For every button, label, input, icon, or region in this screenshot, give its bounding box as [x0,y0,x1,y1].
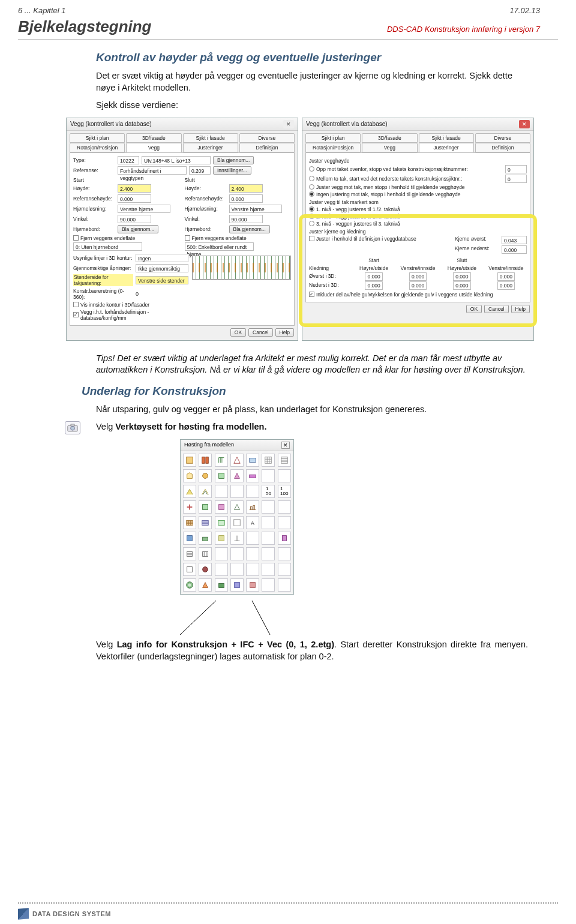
tab-rotasjon-posisjon[interactable]: Rotasjon/Posisjon [305,143,361,152]
kjerne-ov-input[interactable]: 0.043 [502,236,527,244]
ov-1[interactable]: 0.000 [365,272,382,281]
tab-vegg[interactable]: Vegg [126,143,181,152]
tool-icon[interactable] [199,485,212,498]
tool-icon[interactable] [246,469,259,482]
bla-gjennom-button[interactable]: Bla gjennom... [213,156,254,164]
tool-icon[interactable] [199,547,212,560]
referanse-num[interactable]: 0.209 [189,166,211,175]
ov-4[interactable]: 0.000 [497,272,515,281]
tool-icon[interactable] [183,563,196,576]
tool-icon[interactable] [199,469,212,482]
tool-icon[interactable] [215,563,228,576]
vis-kontur-chk[interactable] [73,302,79,307]
rb2-radio[interactable] [309,214,314,219]
slutt-vinkel-input[interactable]: 90.000 [229,215,263,223]
usyn-select[interactable]: Ingen [136,254,188,262]
start-vinkel-input[interactable]: 90.000 [118,215,151,223]
stender-select[interactable]: Venstre side stender [136,276,188,284]
ok-button[interactable]: OK [466,305,482,313]
slutt-hjornebord-button[interactable]: Bla gjennom... [229,225,270,233]
tool-icon[interactable] [262,563,275,576]
cancel-button[interactable]: Cancel [248,328,272,337]
cancel-button[interactable]: Cancel [484,305,508,313]
slutt-fjern-chk[interactable] [185,235,190,241]
ra3-radio[interactable] [309,184,314,190]
tool-icon[interactable] [246,532,259,545]
tool-icon[interactable]: A [246,516,259,529]
ov-3[interactable]: 0.000 [453,272,470,281]
tool-icon[interactable] [183,516,196,529]
start-uten-select[interactable]: 0: Uten hjørnebord [73,242,142,251]
tool-icon[interactable] [262,500,275,514]
tool-icon[interactable] [215,578,228,592]
ne-1[interactable]: 0.000 [365,281,382,290]
referanse-select[interactable]: Forhåndsdefinert i veggtypen [118,166,187,175]
inkl-chk[interactable] [309,292,314,297]
tool-icon[interactable] [262,532,275,545]
tool-icon[interactable] [183,547,196,560]
ne-3[interactable]: 0.000 [453,281,470,290]
tool-icon[interactable] [278,454,291,467]
tool-icon[interactable] [215,500,228,514]
tool-icon[interactable] [230,485,244,498]
tool-icon[interactable] [199,500,212,514]
tool-icon[interactable] [215,454,228,467]
tool-icon[interactable] [246,547,259,560]
type-code-input[interactable]: 10222 [118,156,139,164]
ra2-num[interactable]: 0 [505,175,527,183]
tool-icon[interactable] [278,469,291,482]
tab-definisjon[interactable]: Definisjon [475,143,530,152]
tool-lag-info-button[interactable] [183,578,196,592]
tool-icon[interactable] [246,563,259,576]
tool-icon[interactable]: 1100 [278,485,291,498]
ra4-radio[interactable] [309,191,314,197]
tool-icon[interactable] [215,532,228,545]
tool-icon[interactable] [230,563,244,576]
tool-icon[interactable] [199,532,212,545]
start-hoyde-input[interactable]: 2.400 [118,184,151,193]
tool-icon[interactable] [183,500,196,514]
close-icon[interactable]: ✕ [519,120,530,128]
tool-icon[interactable] [230,469,244,482]
tool-icon[interactable] [215,485,228,498]
slutt-hjorne-select[interactable]: Venstre hjørne [229,205,282,213]
slutt-refh-input[interactable]: 0.000 [229,194,263,203]
tool-icon[interactable] [230,578,244,592]
tool-icon[interactable] [183,532,196,545]
tool-icon[interactable] [199,563,212,576]
tool-icon[interactable] [199,516,212,529]
gjen-select[interactable]: Ikke gjennomsiktig [136,264,188,272]
tool-icon[interactable] [199,454,212,467]
tab-rotasjon-posisjon[interactable]: Rotasjon/Posisjon [70,143,125,152]
tab-justeringer[interactable]: Justeringer [183,143,238,152]
tab-diverse[interactable]: Diverse [239,133,295,143]
close-icon[interactable]: ✕ [283,120,294,128]
tool-icon[interactable] [230,516,244,529]
start-hjornebord-button[interactable]: Bla gjennom... [118,225,158,233]
rb3-radio[interactable] [309,221,314,226]
tool-icon[interactable] [230,500,244,514]
start-fjern-chk[interactable] [73,235,79,241]
tab-sjikt-i-plan[interactable]: Sjikt i plan [305,133,361,143]
tool-icon[interactable] [278,547,291,560]
tool-icon[interactable] [278,563,291,576]
vegg-def-chk[interactable] [73,312,79,317]
tool-icon[interactable] [230,547,244,560]
ra1-radio[interactable] [309,166,314,172]
tab-definisjon[interactable]: Definisjon [239,143,295,152]
tab-sjikt-i-plan[interactable]: Sjikt i plan [70,133,125,143]
start-refh-input[interactable]: 0.000 [118,194,151,203]
chkC-chk[interactable] [309,236,314,241]
innstillinger-button[interactable]: Innstillinger... [213,166,251,175]
close-icon[interactable]: ✕ [281,442,290,449]
kjerne-ne-input[interactable]: 0.000 [502,245,527,254]
tool-icon[interactable] [215,547,228,560]
slutt-hoyde-input[interactable]: 2.400 [229,184,263,193]
tool-icon[interactable] [199,578,212,592]
tab-justeringer[interactable]: Justeringer [419,143,474,152]
tool-icon[interactable] [262,578,275,592]
tool-icon[interactable] [246,454,259,467]
tool-icon[interactable] [262,469,275,482]
tool-icon[interactable] [246,578,259,592]
tab-sjikt-i-fasade[interactable]: Sjikt i fasade [419,133,474,143]
